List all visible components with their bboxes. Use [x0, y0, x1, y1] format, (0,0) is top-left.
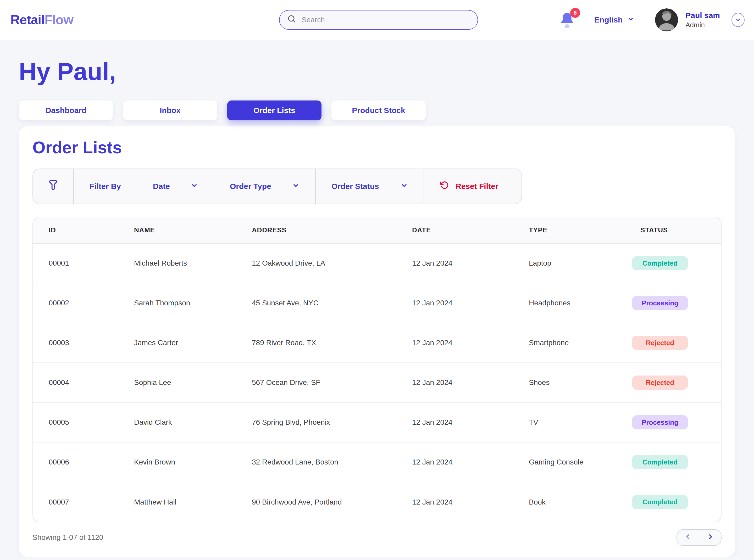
col-header-date: DATE [397, 217, 513, 243]
language-label: English [594, 16, 623, 24]
filter-order-status-dropdown[interactable]: Order Status [316, 169, 424, 204]
chevron-left-icon [684, 533, 692, 542]
table-row[interactable]: 00006 Kevin Brown 32 Redwood Lane, Bosto… [33, 442, 721, 482]
cell-id: 00005 [33, 402, 118, 442]
app-logo: RetailFlow [11, 12, 73, 27]
table-row[interactable]: 00003 James Carter 789 River Road, TX 12… [33, 323, 721, 363]
status-badge: Processing [632, 296, 688, 310]
logo-text-primary: Retail [11, 13, 44, 27]
pagination-summary: Showing 1-07 of 1120 [33, 533, 103, 542]
cell-address: 76 Spring Blvd, Phoenix [236, 402, 397, 442]
chevron-down-icon [401, 182, 408, 191]
reset-filter-button[interactable]: Reset Filter [424, 169, 522, 204]
profile-menu-button[interactable] [732, 13, 745, 27]
col-header-name: NAME [118, 217, 236, 243]
reset-filter-label: Reset Filter [456, 182, 498, 191]
notifications-button[interactable]: 6 [559, 11, 577, 29]
cell-address: 45 Sunset Ave, NYC [236, 283, 397, 323]
nav-tabs: Dashboard Inbox Order Lists Product Stoc… [19, 100, 735, 120]
cell-name: Sophia Lee [118, 363, 236, 402]
cell-address: 12 Oakwood Drive, LA [236, 243, 397, 283]
cell-type: TV [513, 402, 625, 442]
funnel-icon [46, 178, 60, 194]
col-header-address: ADDRESS [236, 217, 397, 243]
cell-type: Headphones [513, 283, 625, 323]
cell-date: 12 Jan 2024 [397, 402, 513, 442]
cell-id: 00002 [33, 283, 118, 323]
col-header-id: ID [33, 217, 118, 243]
cell-name: Sarah Thompson [118, 283, 236, 323]
table-row[interactable]: 00002 Sarah Thompson 45 Sunset Ave, NYC … [33, 283, 721, 323]
cell-name: James Carter [118, 323, 236, 363]
status-badge: Processing [632, 415, 688, 429]
filter-date-dropdown[interactable]: Date [137, 169, 214, 204]
status-badge: Completed [632, 256, 688, 270]
cell-id: 00007 [33, 482, 118, 522]
cell-name: Kevin Brown [118, 442, 236, 482]
chevron-down-icon [627, 16, 634, 24]
cell-type: Laptop [513, 243, 625, 283]
filter-by-label: Filter By [74, 169, 137, 204]
orders-table: ID NAME ADDRESS DATE TYPE STATUS 00001 M… [33, 217, 721, 522]
tab-inbox[interactable]: Inbox [123, 100, 217, 120]
pagination-controls [677, 529, 721, 546]
bell-icon [559, 21, 576, 31]
chevron-down-icon [191, 182, 198, 191]
avatar [655, 8, 678, 32]
previous-page-button[interactable] [677, 529, 699, 545]
table-row[interactable]: 00007 Matthew Hall 90 Birchwood Ave, Por… [33, 482, 721, 522]
cell-type: Gaming Console [513, 442, 625, 482]
cell-address: 90 Birchwood Ave, Portland [236, 482, 397, 522]
table-row[interactable]: 00004 Sophia Lee 567 Ocean Drive, SF 12 … [33, 363, 721, 402]
notification-count-badge: 6 [570, 8, 580, 18]
chevron-right-icon [707, 533, 714, 542]
cell-id: 00004 [33, 363, 118, 402]
col-header-status: STATUS [625, 217, 721, 243]
table-row[interactable]: 00005 David Clark 76 Spring Blvd, Phoeni… [33, 402, 721, 442]
top-bar: RetailFlow 6 English [0, 0, 754, 40]
chevron-down-icon [292, 182, 299, 191]
rotate-ccw-icon [440, 181, 449, 192]
cell-date: 12 Jan 2024 [397, 323, 513, 363]
chevron-down-icon [735, 15, 741, 25]
cell-id: 00001 [33, 243, 118, 283]
cell-address: 567 Ocean Drive, SF [236, 363, 397, 402]
cell-type: Shoes [513, 363, 625, 402]
status-badge: Rejected [632, 376, 688, 389]
page-content: Hy Paul, Dashboard Inbox Order Lists Pro… [0, 57, 754, 557]
cell-address: 789 River Road, TX [236, 323, 397, 363]
filter-icon-button[interactable] [33, 169, 74, 204]
next-page-button[interactable] [699, 529, 721, 545]
search-input[interactable] [302, 16, 470, 24]
cell-date: 12 Jan 2024 [397, 243, 513, 283]
cell-name: David Clark [118, 402, 236, 442]
language-selector[interactable]: English [594, 16, 634, 24]
user-profile[interactable]: Paul sam Admin [655, 8, 720, 32]
col-header-type: TYPE [513, 217, 625, 243]
order-lists-card: Order Lists Filter By Date Order T [19, 126, 735, 557]
cell-id: 00006 [33, 442, 118, 482]
status-badge: Rejected [632, 336, 688, 350]
cell-type: Book [513, 482, 625, 522]
status-badge: Completed [632, 495, 688, 509]
user-role: Admin [685, 20, 720, 29]
user-text: Paul sam Admin [685, 11, 720, 29]
user-name: Paul sam [685, 11, 720, 20]
status-badge: Completed [632, 455, 688, 469]
filter-order-type-dropdown[interactable]: Order Type [214, 169, 316, 204]
greeting-heading: Hy Paul, [19, 57, 735, 86]
cell-id: 00003 [33, 323, 118, 363]
logo-text-secondary: Flow [44, 13, 73, 27]
cell-name: Michael Roberts [118, 243, 236, 283]
tab-product-stock[interactable]: Product Stock [331, 100, 426, 120]
cell-date: 12 Jan 2024 [397, 442, 513, 482]
cell-name: Matthew Hall [118, 482, 236, 522]
search-bar[interactable] [279, 10, 478, 30]
search-icon [287, 14, 296, 26]
table-row[interactable]: 00001 Michael Roberts 12 Oakwood Drive, … [33, 243, 721, 283]
table-footer: Showing 1-07 of 1120 [33, 527, 721, 548]
cell-address: 32 Redwood Lane, Boston [236, 442, 397, 482]
tab-order-lists[interactable]: Order Lists [227, 100, 322, 120]
cell-date: 12 Jan 2024 [397, 283, 513, 323]
tab-dashboard[interactable]: Dashboard [19, 100, 113, 120]
